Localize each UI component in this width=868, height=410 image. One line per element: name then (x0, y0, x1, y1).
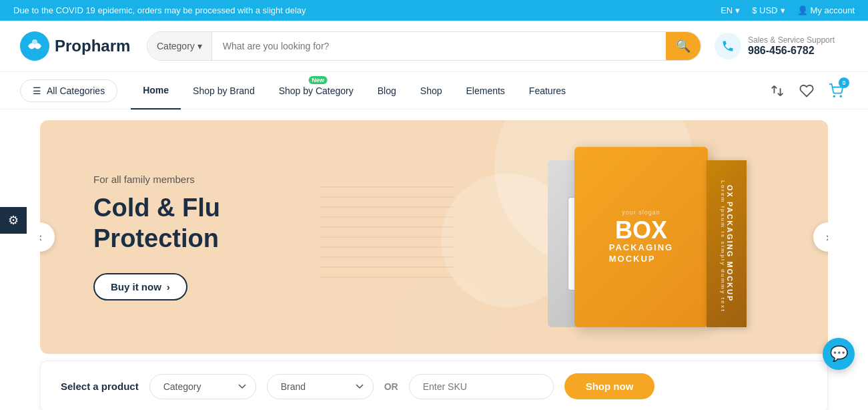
search-input[interactable] (212, 32, 666, 60)
currency-selector[interactable]: $ USD ▾ (752, 5, 785, 15)
svg-point-1 (32, 39, 37, 45)
brand-dropdown[interactable]: Brand (267, 374, 374, 399)
compare-button[interactable] (765, 79, 789, 103)
nav-shop-by-brand[interactable]: Shop by Brand (181, 72, 267, 110)
nav-elements[interactable]: Elements (454, 72, 517, 110)
new-badge: New (308, 76, 328, 84)
chevron-down-icon: ▾ (781, 5, 785, 15)
svg-point-2 (833, 95, 835, 97)
product-select-bar: Select a product Category Brand OR Shop … (40, 361, 828, 410)
nav-links: Home Shop by Brand New Shop by Category … (131, 72, 765, 110)
header: Propharm Category ▾ 🔍 Sales & Service Su… (0, 21, 868, 72)
gear-icon: ⚙ (8, 213, 19, 228)
logo-icon (20, 31, 49, 61)
all-categories-button[interactable]: ☰ All Categories (20, 79, 117, 102)
nav-home[interactable]: Home (131, 72, 181, 110)
navbar: ☰ All Categories Home Shop by Brand New … (0, 72, 868, 110)
svg-point-3 (840, 95, 841, 97)
box-front: your slogan BOX PACKAGINGMOCKUP (574, 147, 708, 327)
cart-button[interactable]: 0 (824, 79, 848, 103)
support-text: Sales & Service Support 986-456-6782 (748, 35, 835, 57)
cart-count: 0 (839, 77, 849, 88)
sku-input[interactable] (409, 374, 554, 399)
top-bar-right: EN ▾ $ USD ▾ 👤 My account (721, 5, 855, 15)
chevron-down-icon: ▾ (197, 41, 202, 51)
wishlist-button[interactable] (795, 79, 819, 103)
category-dropdown[interactable]: Category (149, 374, 256, 399)
nav-shop-by-category[interactable]: New Shop by Category (267, 72, 366, 110)
settings-float-button[interactable]: ⚙ (0, 207, 27, 234)
search-category-dropdown[interactable]: Category ▾ (147, 32, 212, 60)
box-side: OX PACKAGING MOCKUP Lorem Ipsum is simpl… (707, 160, 747, 327)
logo[interactable]: Propharm (20, 31, 133, 61)
arrow-right-icon: › (167, 281, 170, 292)
shop-now-button[interactable]: Shop now (564, 373, 655, 399)
logo-text: Propharm (55, 37, 130, 55)
hero-cta-button[interactable]: Buy it now › (93, 273, 187, 300)
menu-icon: ☰ (33, 85, 41, 96)
top-bar: Due to the COVID 19 epidemic, orders may… (0, 0, 868, 21)
box-mockup: Your logo your slogan BOX PACKAGINGMOCKU… (534, 134, 788, 347)
support-area: Sales & Service Support 986-456-6782 (715, 33, 848, 59)
hero-content: For all family members Cold & FluProtect… (40, 174, 220, 300)
hero-subtitle: For all family members (93, 174, 220, 185)
phone-icon (715, 33, 741, 59)
user-icon: 👤 (797, 5, 808, 15)
hero-section: For all family members Cold & FluProtect… (40, 120, 828, 354)
chat-float-button[interactable]: 💬 (823, 338, 855, 370)
chevron-down-icon: ▾ (735, 5, 740, 15)
select-product-label: Select a product (61, 381, 139, 392)
nav-shop[interactable]: Shop (408, 72, 454, 110)
nav-features[interactable]: Features (517, 72, 578, 110)
search-bar: Category ▾ 🔍 (147, 31, 701, 61)
chat-icon: 💬 (830, 345, 848, 363)
search-icon: 🔍 (676, 39, 691, 53)
hero-image: Your logo your slogan BOX PACKAGINGMOCKU… (534, 127, 788, 354)
or-separator: OR (384, 381, 398, 392)
announcement-text: Due to the COVID 19 epidemic, orders may… (13, 5, 306, 15)
hero-title: Cold & FluProtection (93, 193, 220, 254)
nav-blog[interactable]: Blog (366, 72, 408, 110)
nav-icons: 0 (765, 79, 848, 103)
search-button[interactable]: 🔍 (666, 32, 701, 60)
language-selector[interactable]: EN ▾ (721, 5, 740, 15)
my-account-link[interactable]: 👤 My account (797, 5, 855, 15)
hero-container: For all family members Cold & FluProtect… (20, 120, 848, 410)
